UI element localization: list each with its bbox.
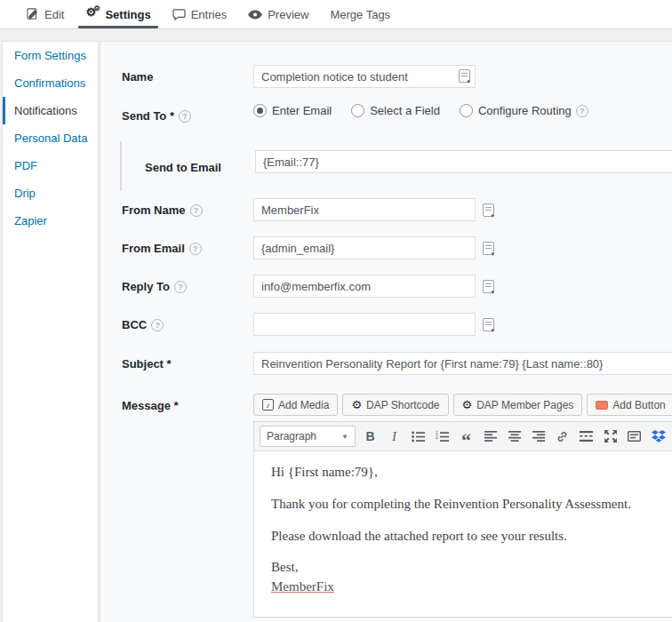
- subject-label: Subject *: [122, 352, 253, 371]
- message-paragraph: Please download the attached report to s…: [271, 527, 672, 546]
- radio-enter-email[interactable]: Enter Email: [253, 104, 332, 117]
- from-email-row: From Email ?: [122, 236, 672, 259]
- settings-gears-icon: ⚙⚙: [85, 8, 100, 20]
- form-toolbar: Edit ⚙⚙ Settings Entries Preview Merge T…: [0, 0, 672, 29]
- sidebar-item-personal-data[interactable]: Personal Data: [3, 124, 98, 152]
- help-icon[interactable]: ?: [190, 204, 203, 217]
- message-paragraph: Hi {First name:79},: [271, 463, 672, 482]
- tab-settings[interactable]: ⚙⚙ Settings: [75, 0, 161, 28]
- button-chip-icon: [596, 401, 608, 410]
- name-label: Name: [122, 65, 253, 84]
- read-more-button[interactable]: [577, 427, 596, 445]
- message-label: Message *: [122, 394, 253, 412]
- sidebar-item-drip[interactable]: Drip: [3, 179, 98, 207]
- tab-merge-tags[interactable]: Merge Tags: [319, 0, 401, 28]
- sidebar-item-form-settings[interactable]: Form Settings: [3, 42, 98, 69]
- dropbox-icon[interactable]: [649, 427, 668, 445]
- radio-icon[interactable]: [460, 104, 473, 117]
- dap-shortcode-button[interactable]: ⚙ DAP Shortcode: [342, 394, 448, 416]
- from-email-label: From Email ?: [122, 236, 253, 255]
- sidebar-item-zapier[interactable]: Zapier: [3, 207, 98, 235]
- message-paragraph: Thank you for completing the Reinvention…: [271, 495, 672, 514]
- radio-select-a-field[interactable]: Select a Field: [351, 104, 440, 117]
- name-row: Name: [122, 65, 672, 88]
- reply-to-row: Reply To ?: [122, 275, 672, 298]
- from-email-input[interactable]: [253, 236, 476, 259]
- bcc-row: BCC ?: [122, 313, 672, 336]
- merge-tag-icon[interactable]: [483, 318, 494, 331]
- name-input[interactable]: [253, 65, 476, 88]
- message-row: Message * ♪ Add Media ⚙ DAP Shortcode ⚙ …: [122, 394, 672, 618]
- message-paragraph: Best, MemberFix: [271, 558, 672, 597]
- sidebar-item-notifications[interactable]: Notifications: [3, 97, 98, 124]
- toolbar-toggle-button[interactable]: [625, 427, 644, 445]
- link-button[interactable]: [553, 427, 572, 445]
- media-icon: ♪: [262, 399, 274, 411]
- tab-preview[interactable]: Preview: [237, 0, 319, 28]
- radio-icon[interactable]: [253, 104, 267, 117]
- subject-input[interactable]: [253, 352, 672, 375]
- tab-edit[interactable]: Edit: [16, 0, 75, 28]
- align-left-button[interactable]: [481, 427, 500, 445]
- from-name-row: From Name ?: [122, 198, 672, 221]
- gear-icon: ⚙: [351, 398, 362, 411]
- eye-icon: [248, 10, 262, 20]
- merge-tag-icon[interactable]: [459, 69, 470, 83]
- dap-member-pages-button[interactable]: ⚙ DAP Member Pages: [453, 394, 583, 416]
- from-name-label: From Name ?: [122, 198, 253, 217]
- radio-icon[interactable]: [351, 104, 364, 117]
- send-to-email-label: Send to Email: [145, 156, 221, 174]
- numbered-list-button[interactable]: 12: [433, 427, 452, 445]
- help-icon[interactable]: ?: [179, 110, 191, 123]
- tab-entries[interactable]: Entries: [162, 0, 237, 28]
- bullet-list-button[interactable]: [409, 427, 428, 445]
- merge-tag-icon[interactable]: [483, 242, 494, 255]
- merge-tag-icon[interactable]: [483, 203, 494, 217]
- sidebar-item-confirmations[interactable]: Confirmations: [3, 69, 98, 97]
- help-icon[interactable]: ?: [576, 105, 588, 117]
- notification-settings-panel: Name Send To * ? Enter Email Select a Fi…: [100, 41, 672, 622]
- gear-icon: ⚙: [462, 398, 473, 411]
- tab-label: Settings: [105, 8, 150, 21]
- fullscreen-button[interactable]: [601, 427, 620, 445]
- italic-button[interactable]: I: [385, 427, 404, 445]
- paragraph-format-select[interactable]: Paragraph ▼: [260, 426, 356, 447]
- radio-configure-routing[interactable]: Configure Routing ?: [460, 104, 588, 117]
- bold-button[interactable]: B: [361, 427, 380, 445]
- tab-label: Entries: [191, 8, 227, 21]
- bcc-label: BCC ?: [122, 313, 253, 331]
- tab-label: Merge Tags: [330, 8, 390, 21]
- editor-toolbar: Paragraph ▼ B I 12 “: [254, 422, 672, 451]
- tab-label: Preview: [268, 8, 308, 21]
- help-icon[interactable]: ?: [174, 281, 187, 293]
- memberfix-link[interactable]: MemberFix: [271, 579, 334, 594]
- chevron-down-icon: ▼: [341, 433, 348, 441]
- send-to-email-input[interactable]: [255, 150, 672, 173]
- add-media-button[interactable]: ♪ Add Media: [253, 394, 338, 416]
- align-center-button[interactable]: [505, 427, 524, 445]
- merge-tag-icon[interactable]: [483, 280, 494, 293]
- subject-row: Subject *: [122, 352, 672, 375]
- editor-media-buttons: ♪ Add Media ⚙ DAP Shortcode ⚙ DAP Member…: [253, 394, 672, 416]
- send-to-row: Send To * ? Enter Email Select a Field C…: [122, 104, 672, 123]
- sidebar-item-pdf[interactable]: PDF: [3, 152, 98, 179]
- message-body-editor[interactable]: Hi {First name:79}, Thank you for comple…: [254, 451, 672, 617]
- bcc-input[interactable]: [253, 313, 476, 336]
- add-button-button[interactable]: Add Button: [587, 394, 672, 416]
- svg-text:2: 2: [436, 435, 438, 440]
- reply-to-input[interactable]: [253, 275, 476, 298]
- align-right-button[interactable]: [529, 427, 548, 445]
- from-name-input[interactable]: [253, 198, 476, 221]
- tab-label: Edit: [44, 8, 64, 21]
- reply-to-label: Reply To ?: [122, 275, 253, 293]
- message-editor: Paragraph ▼ B I 12 “: [253, 421, 672, 618]
- send-to-label: Send To * ?: [122, 104, 253, 123]
- help-icon[interactable]: ?: [189, 243, 202, 255]
- help-icon[interactable]: ?: [151, 319, 164, 331]
- settings-sidebar: Form Settings Confirmations Notification…: [2, 41, 99, 622]
- comment-icon: [172, 9, 186, 20]
- send-to-email-row: Send to Email: [120, 141, 672, 191]
- pencil-icon: [27, 8, 39, 20]
- blockquote-button[interactable]: “: [457, 427, 476, 445]
